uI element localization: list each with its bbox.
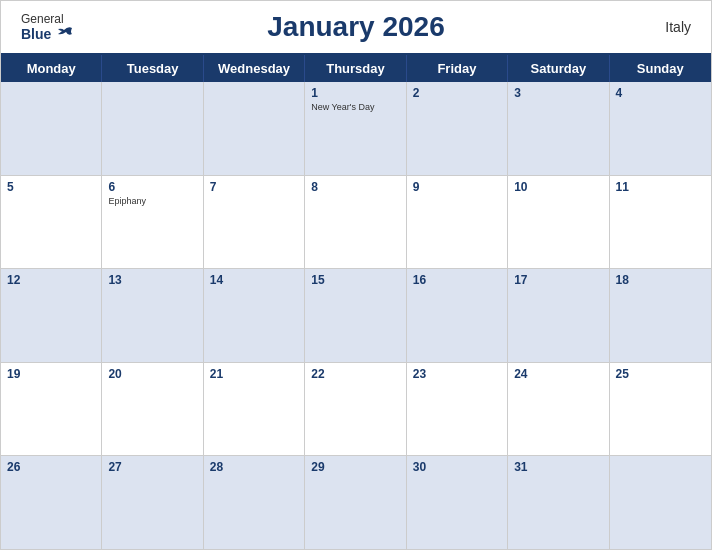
day-header-friday: Friday: [407, 55, 508, 82]
day-cell: 14: [204, 269, 305, 362]
logo: General Blue: [21, 12, 74, 42]
day-number: 30: [413, 460, 501, 474]
day-header-saturday: Saturday: [508, 55, 609, 82]
calendar-header: General Blue January 2026 Italy: [1, 1, 711, 53]
day-cell: 25: [610, 363, 711, 456]
day-number: 10: [514, 180, 602, 194]
day-cell: 2: [407, 82, 508, 175]
day-cell: 11: [610, 176, 711, 269]
day-number: 6: [108, 180, 196, 194]
day-number: 28: [210, 460, 298, 474]
day-cell: [102, 82, 203, 175]
day-number: 25: [616, 367, 705, 381]
logo-blue-text: Blue: [21, 26, 74, 42]
day-number: 24: [514, 367, 602, 381]
day-number: 15: [311, 273, 399, 287]
day-number: 27: [108, 460, 196, 474]
day-number: 3: [514, 86, 602, 100]
calendar-container: General Blue January 2026 Italy MondayTu…: [0, 0, 712, 550]
weeks-container: 1New Year's Day23456Epiphany789101112131…: [1, 82, 711, 549]
day-number: 21: [210, 367, 298, 381]
day-number: 9: [413, 180, 501, 194]
day-number: 22: [311, 367, 399, 381]
week-row-2: 56Epiphany7891011: [1, 176, 711, 270]
day-number: 18: [616, 273, 705, 287]
day-cell: 28: [204, 456, 305, 549]
logo-bird-icon: [54, 26, 74, 42]
day-number: 26: [7, 460, 95, 474]
day-cell: 1New Year's Day: [305, 82, 406, 175]
day-number: 1: [311, 86, 399, 100]
day-number: 13: [108, 273, 196, 287]
day-header-monday: Monday: [1, 55, 102, 82]
day-cell: 4: [610, 82, 711, 175]
day-number: 7: [210, 180, 298, 194]
day-cell: 29: [305, 456, 406, 549]
day-cell: 21: [204, 363, 305, 456]
day-number: 2: [413, 86, 501, 100]
day-cell: 13: [102, 269, 203, 362]
holiday-label: Epiphany: [108, 196, 196, 207]
day-cell: 6Epiphany: [102, 176, 203, 269]
day-number: 23: [413, 367, 501, 381]
day-number: 19: [7, 367, 95, 381]
day-cell: 19: [1, 363, 102, 456]
day-cell: 27: [102, 456, 203, 549]
week-row-1: 1New Year's Day234: [1, 82, 711, 176]
day-cell: 12: [1, 269, 102, 362]
day-cell: 24: [508, 363, 609, 456]
day-number: 4: [616, 86, 705, 100]
day-header-wednesday: Wednesday: [204, 55, 305, 82]
day-cell: [204, 82, 305, 175]
day-cell: 18: [610, 269, 711, 362]
day-header-sunday: Sunday: [610, 55, 711, 82]
logo-general-text: General: [21, 12, 64, 26]
day-cell: 8: [305, 176, 406, 269]
day-cell: 3: [508, 82, 609, 175]
day-cell: 17: [508, 269, 609, 362]
day-number: 12: [7, 273, 95, 287]
week-row-5: 262728293031: [1, 456, 711, 549]
day-cell: 16: [407, 269, 508, 362]
day-cell: 10: [508, 176, 609, 269]
week-row-3: 12131415161718: [1, 269, 711, 363]
day-number: 29: [311, 460, 399, 474]
day-cell: 15: [305, 269, 406, 362]
day-number: 17: [514, 273, 602, 287]
country-label: Italy: [665, 19, 691, 35]
day-cell: 23: [407, 363, 508, 456]
day-cell: [1, 82, 102, 175]
day-cell: 9: [407, 176, 508, 269]
day-cell: 20: [102, 363, 203, 456]
day-cell: 7: [204, 176, 305, 269]
day-number: 31: [514, 460, 602, 474]
day-cell: 26: [1, 456, 102, 549]
day-number: 11: [616, 180, 705, 194]
week-row-4: 19202122232425: [1, 363, 711, 457]
day-cell: 5: [1, 176, 102, 269]
day-cell: 30: [407, 456, 508, 549]
holiday-label: New Year's Day: [311, 102, 399, 113]
day-number: 8: [311, 180, 399, 194]
calendar-title: January 2026: [267, 11, 444, 43]
day-cell: 22: [305, 363, 406, 456]
day-number: 16: [413, 273, 501, 287]
day-header-tuesday: Tuesday: [102, 55, 203, 82]
day-number: 5: [7, 180, 95, 194]
day-cell: [610, 456, 711, 549]
day-number: 20: [108, 367, 196, 381]
calendar-grid: MondayTuesdayWednesdayThursdayFridaySatu…: [1, 53, 711, 549]
day-number: 14: [210, 273, 298, 287]
day-cell: 31: [508, 456, 609, 549]
day-headers-row: MondayTuesdayWednesdayThursdayFridaySatu…: [1, 55, 711, 82]
day-header-thursday: Thursday: [305, 55, 406, 82]
